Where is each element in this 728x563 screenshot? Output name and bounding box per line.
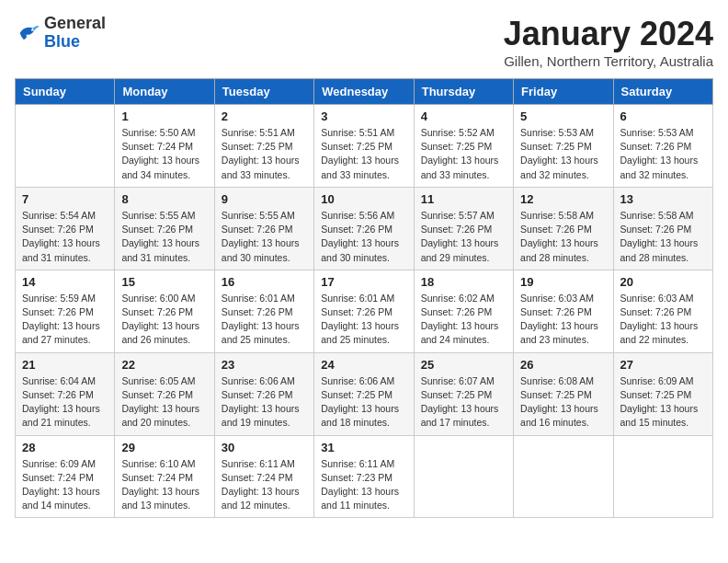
day-number: 27	[620, 358, 706, 372]
day-info: Sunrise: 5:51 AM Sunset: 7:25 PM Dayligh…	[321, 126, 406, 182]
day-info: Sunrise: 5:53 AM Sunset: 7:26 PM Dayligh…	[620, 126, 706, 182]
day-info: Sunrise: 6:08 AM Sunset: 7:25 PM Dayligh…	[520, 374, 606, 431]
day-number: 22	[121, 358, 207, 372]
day-info: Sunrise: 5:55 AM Sunset: 7:26 PM Dayligh…	[222, 209, 307, 265]
day-number: 16	[222, 275, 307, 289]
day-number: 24	[321, 358, 406, 372]
day-info: Sunrise: 6:03 AM Sunset: 7:26 PM Dayligh…	[520, 292, 606, 348]
day-number: 6	[620, 109, 706, 123]
day-info: Sunrise: 5:57 AM Sunset: 7:26 PM Dayligh…	[421, 209, 506, 265]
calendar-cell: 14Sunrise: 5:59 AM Sunset: 7:26 PM Dayli…	[16, 270, 115, 352]
day-info: Sunrise: 5:55 AM Sunset: 7:26 PM Dayligh…	[121, 209, 207, 265]
calendar-cell: 8Sunrise: 5:55 AM Sunset: 7:26 PM Daylig…	[115, 187, 214, 270]
calendar-cell: 30Sunrise: 6:11 AM Sunset: 7:24 PM Dayli…	[214, 435, 313, 518]
day-info: Sunrise: 6:09 AM Sunset: 7:24 PM Dayligh…	[22, 457, 108, 513]
calendar-cell: 20Sunrise: 6:03 AM Sunset: 7:26 PM Dayli…	[613, 270, 712, 352]
day-info: Sunrise: 5:56 AM Sunset: 7:26 PM Dayligh…	[321, 209, 406, 265]
day-info: Sunrise: 5:52 AM Sunset: 7:25 PM Dayligh…	[421, 126, 506, 182]
calendar-cell: 19Sunrise: 6:03 AM Sunset: 7:26 PM Dayli…	[514, 270, 613, 352]
calendar-cell: 22Sunrise: 6:05 AM Sunset: 7:26 PM Dayli…	[115, 352, 214, 435]
day-of-week-header: Friday	[514, 79, 613, 105]
calendar-cell: 4Sunrise: 5:52 AM Sunset: 7:25 PM Daylig…	[414, 105, 513, 188]
day-number: 14	[22, 275, 108, 289]
calendar-cell: 26Sunrise: 6:08 AM Sunset: 7:25 PM Dayli…	[514, 352, 613, 435]
calendar-cell: 7Sunrise: 5:54 AM Sunset: 7:26 PM Daylig…	[16, 187, 115, 270]
calendar-cell: 1Sunrise: 5:50 AM Sunset: 7:24 PM Daylig…	[115, 105, 214, 188]
calendar-cell: 24Sunrise: 6:06 AM Sunset: 7:25 PM Dayli…	[314, 352, 414, 435]
calendar-cell: 12Sunrise: 5:58 AM Sunset: 7:26 PM Dayli…	[514, 187, 613, 270]
calendar-cell: 13Sunrise: 5:58 AM Sunset: 7:26 PM Dayli…	[613, 187, 712, 270]
day-info: Sunrise: 6:04 AM Sunset: 7:26 PM Dayligh…	[22, 374, 108, 431]
calendar-week-row: 14Sunrise: 5:59 AM Sunset: 7:26 PM Dayli…	[16, 270, 713, 352]
calendar-cell: 17Sunrise: 6:01 AM Sunset: 7:26 PM Dayli…	[314, 270, 414, 352]
day-info: Sunrise: 6:00 AM Sunset: 7:26 PM Dayligh…	[121, 292, 207, 348]
day-number: 31	[321, 441, 406, 454]
calendar-week-row: 1Sunrise: 5:50 AM Sunset: 7:24 PM Daylig…	[16, 105, 713, 188]
calendar-cell: 11Sunrise: 5:57 AM Sunset: 7:26 PM Dayli…	[414, 187, 513, 270]
day-info: Sunrise: 5:58 AM Sunset: 7:26 PM Dayligh…	[520, 209, 606, 265]
calendar-cell: 29Sunrise: 6:10 AM Sunset: 7:24 PM Dayli…	[115, 435, 214, 518]
day-number: 8	[121, 192, 207, 206]
calendar-cell: 5Sunrise: 5:53 AM Sunset: 7:25 PM Daylig…	[514, 105, 613, 188]
calendar-cell: 2Sunrise: 5:51 AM Sunset: 7:25 PM Daylig…	[214, 105, 313, 188]
calendar-cell	[16, 105, 115, 188]
calendar-subtitle: Gillen, Northern Territory, Australia	[504, 53, 713, 69]
day-of-week-header: Tuesday	[214, 79, 313, 105]
day-info: Sunrise: 5:58 AM Sunset: 7:26 PM Dayligh…	[620, 209, 706, 265]
day-number: 3	[321, 109, 406, 123]
calendar-cell: 31Sunrise: 6:11 AM Sunset: 7:23 PM Dayli…	[314, 435, 414, 518]
calendar-cell: 16Sunrise: 6:01 AM Sunset: 7:26 PM Dayli…	[214, 270, 313, 352]
day-info: Sunrise: 6:11 AM Sunset: 7:24 PM Dayligh…	[222, 457, 307, 513]
day-number: 13	[620, 192, 706, 206]
day-info: Sunrise: 6:06 AM Sunset: 7:25 PM Dayligh…	[321, 374, 406, 431]
day-number: 7	[22, 192, 108, 206]
day-number: 20	[620, 275, 706, 289]
day-info: Sunrise: 6:01 AM Sunset: 7:26 PM Dayligh…	[321, 292, 406, 348]
day-info: Sunrise: 6:07 AM Sunset: 7:25 PM Dayligh…	[421, 374, 506, 431]
calendar-cell: 23Sunrise: 6:06 AM Sunset: 7:26 PM Dayli…	[214, 352, 313, 435]
day-number: 25	[421, 358, 506, 372]
calendar-week-row: 21Sunrise: 6:04 AM Sunset: 7:26 PM Dayli…	[16, 352, 713, 435]
day-info: Sunrise: 6:09 AM Sunset: 7:25 PM Dayligh…	[620, 374, 706, 431]
calendar-table: SundayMondayTuesdayWednesdayThursdayFrid…	[15, 78, 713, 518]
day-number: 28	[22, 441, 108, 454]
calendar-week-row: 7Sunrise: 5:54 AM Sunset: 7:26 PM Daylig…	[16, 187, 713, 270]
day-number: 17	[321, 275, 406, 289]
day-info: Sunrise: 5:53 AM Sunset: 7:25 PM Dayligh…	[520, 126, 606, 182]
day-of-week-header: Wednesday	[314, 79, 414, 105]
calendar-cell: 21Sunrise: 6:04 AM Sunset: 7:26 PM Dayli…	[16, 352, 115, 435]
day-info: Sunrise: 5:59 AM Sunset: 7:26 PM Dayligh…	[22, 292, 108, 348]
day-info: Sunrise: 6:10 AM Sunset: 7:24 PM Dayligh…	[121, 457, 207, 513]
day-number: 5	[520, 109, 606, 123]
day-number: 23	[222, 358, 307, 372]
day-number: 26	[520, 358, 606, 372]
day-info: Sunrise: 5:54 AM Sunset: 7:26 PM Dayligh…	[22, 209, 108, 265]
day-info: Sunrise: 6:03 AM Sunset: 7:26 PM Dayligh…	[620, 292, 706, 348]
day-of-week-header: Sunday	[16, 79, 115, 105]
logo: General Blue	[15, 15, 106, 52]
calendar-cell: 3Sunrise: 5:51 AM Sunset: 7:25 PM Daylig…	[314, 105, 414, 188]
calendar-cell: 27Sunrise: 6:09 AM Sunset: 7:25 PM Dayli…	[613, 352, 712, 435]
day-number: 29	[121, 441, 207, 454]
calendar-cell	[414, 435, 513, 518]
day-number: 10	[321, 192, 406, 206]
calendar-cell	[514, 435, 613, 518]
calendar-cell	[613, 435, 712, 518]
day-info: Sunrise: 6:11 AM Sunset: 7:23 PM Dayligh…	[321, 457, 406, 513]
calendar-week-row: 28Sunrise: 6:09 AM Sunset: 7:24 PM Dayli…	[16, 435, 713, 518]
day-number: 2	[222, 109, 307, 123]
day-number: 12	[520, 192, 606, 206]
day-info: Sunrise: 6:01 AM Sunset: 7:26 PM Dayligh…	[222, 292, 307, 348]
day-info: Sunrise: 6:06 AM Sunset: 7:26 PM Dayligh…	[222, 374, 307, 431]
day-number: 1	[121, 109, 207, 123]
day-of-week-header: Thursday	[414, 79, 513, 105]
title-block: January 2024 Gillen, Northern Territory,…	[504, 15, 713, 69]
day-number: 4	[421, 109, 506, 123]
calendar-title: January 2024	[504, 15, 713, 53]
day-info: Sunrise: 5:50 AM Sunset: 7:24 PM Dayligh…	[121, 126, 207, 182]
day-info: Sunrise: 6:02 AM Sunset: 7:26 PM Dayligh…	[421, 292, 506, 348]
day-info: Sunrise: 5:51 AM Sunset: 7:25 PM Dayligh…	[222, 126, 307, 182]
day-number: 18	[421, 275, 506, 289]
calendar-cell: 15Sunrise: 6:00 AM Sunset: 7:26 PM Dayli…	[115, 270, 214, 352]
calendar-cell: 9Sunrise: 5:55 AM Sunset: 7:26 PM Daylig…	[214, 187, 313, 270]
